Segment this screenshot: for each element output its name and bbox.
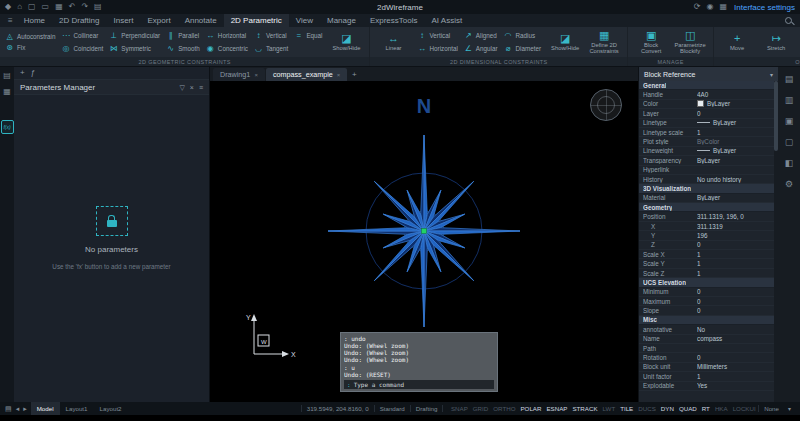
esnap-toggle[interactable]: ESNAP: [544, 405, 570, 412]
panel-menu-icon[interactable]: ≡: [199, 84, 203, 91]
property-row[interactable]: Geometry: [639, 203, 778, 212]
layers-tab-icon[interactable]: ▥: [785, 96, 794, 105]
workspace-indicator[interactable]: Drafting: [410, 405, 443, 412]
dyn-toggle[interactable]: DYN: [658, 405, 676, 412]
property-row[interactable]: HistoryNo undo history: [639, 175, 778, 184]
chevron-down-icon[interactable]: ▾: [784, 405, 795, 412]
perpendicular-button[interactable]: ⟂Perpendicular: [109, 30, 160, 42]
blocks-tab-icon[interactable]: ▣: [785, 117, 794, 126]
property-value[interactable]: Millimeters: [697, 363, 774, 370]
tab-annotate[interactable]: Annotate: [178, 14, 224, 27]
tab-export[interactable]: Export: [141, 14, 178, 27]
property-row[interactable]: Scale X1: [639, 250, 778, 259]
property-row[interactable]: Scale Y1: [639, 259, 778, 268]
block-convert-button[interactable]: ▣Block Convert: [633, 28, 669, 56]
property-row[interactable]: Rotation0: [639, 353, 778, 362]
render-tab-icon[interactable]: ◧: [785, 159, 794, 168]
open-file-icon[interactable]: ▭: [42, 0, 50, 14]
add-parameter-icon[interactable]: +: [20, 69, 25, 77]
tile-toggle[interactable]: TILE: [618, 405, 636, 412]
next-tab-icon[interactable]: ▸: [23, 402, 27, 415]
expression-icon[interactable]: ƒ: [31, 69, 35, 77]
new-tab-button[interactable]: +: [348, 68, 360, 81]
property-value[interactable]: ByColor: [697, 138, 774, 145]
property-row[interactable]: ExplodableYes: [639, 382, 778, 391]
undo-icon[interactable]: ↶: [69, 0, 76, 14]
horizontal-dim-button[interactable]: ↔Horizontal: [417, 43, 457, 55]
property-row[interactable]: X311.1319: [639, 222, 778, 231]
settings-tab-icon[interactable]: ⚙: [785, 180, 793, 189]
ducs-toggle[interactable]: DUCS: [636, 405, 659, 412]
properties-header[interactable]: Block Reference ▾: [639, 67, 778, 81]
apps-icon[interactable]: ▦: [720, 0, 728, 14]
property-value[interactable]: 0: [697, 110, 774, 117]
property-value[interactable]: 1: [697, 129, 774, 136]
grid-toggle[interactable]: GRID: [470, 405, 490, 412]
show-hide-geometric-button[interactable]: ◪Show/Hide: [328, 28, 364, 56]
linear-button[interactable]: ↔Linear: [375, 28, 411, 56]
property-row[interactable]: Layer0: [639, 109, 778, 118]
angular-button[interactable]: ∠Angular: [464, 43, 498, 55]
property-value[interactable]: 311.1319: [697, 223, 774, 230]
tab-compass-example[interactable]: compass_example×: [266, 68, 347, 81]
navigation-wheel[interactable]: [590, 89, 622, 121]
collinear-button[interactable]: ⋯Collinear: [62, 30, 104, 42]
property-value[interactable]: 4A0: [697, 91, 774, 98]
lockui-toggle[interactable]: LOCKUI: [730, 405, 758, 412]
close-icon[interactable]: ×: [337, 72, 341, 78]
property-row[interactable]: Hyperlink: [639, 166, 778, 175]
sync-icon[interactable]: ⟳: [694, 0, 701, 14]
property-row[interactable]: Z0: [639, 241, 778, 250]
property-row[interactable]: TransparencyByLayer: [639, 156, 778, 165]
property-row[interactable]: annotativeNo: [639, 325, 778, 334]
property-value[interactable]: 0: [697, 307, 774, 314]
horizontal-button[interactable]: ↔Horizontal: [206, 30, 248, 42]
property-row[interactable]: Block unitMillimeters: [639, 363, 778, 372]
property-row[interactable]: Maximum0: [639, 297, 778, 306]
property-row[interactable]: UCS Elevation: [639, 278, 778, 287]
clear-filter-icon[interactable]: ×: [190, 84, 194, 91]
tab-manage[interactable]: Manage: [320, 14, 363, 27]
previous-tab-icon[interactable]: ◂: [16, 402, 20, 415]
property-row[interactable]: Slope0: [639, 306, 778, 315]
property-value[interactable]: 311.1319, 196, 0: [697, 213, 774, 220]
property-row[interactable]: LineweightByLayer: [639, 147, 778, 156]
rt-toggle[interactable]: RT: [699, 405, 712, 412]
layout1-tab[interactable]: Layout1: [60, 402, 94, 415]
tab-view[interactable]: View: [289, 14, 320, 27]
vertical-button[interactable]: ↕Vertical: [254, 30, 288, 42]
stretch-button[interactable]: ↦Stretch: [758, 28, 794, 56]
property-value[interactable]: ByLayer: [697, 147, 774, 154]
property-row[interactable]: MaterialByLayer: [639, 194, 778, 203]
property-value[interactable]: Yes: [697, 382, 774, 389]
property-row[interactable]: Plot styleByColor: [639, 137, 778, 146]
coincident-button[interactable]: ◎Coincident: [62, 43, 104, 55]
tab-insert[interactable]: Insert: [106, 14, 140, 27]
tab-drawing1[interactable]: Drawing1×: [213, 68, 265, 81]
show-hide-dimensional-button[interactable]: ◪Show/Hide: [547, 28, 583, 56]
property-row[interactable]: Namecompass: [639, 335, 778, 344]
symmetric-button[interactable]: ⋈Symmetric: [109, 43, 160, 55]
tab-2d-parametric[interactable]: 2D Parametric: [224, 14, 289, 27]
property-row[interactable]: Y196: [639, 231, 778, 240]
fix-button[interactable]: ⊛Fix: [5, 44, 56, 52]
define-2d-constraints-button[interactable]: ▦Define 2D Constraints: [586, 28, 622, 56]
property-value[interactable]: 0: [697, 354, 774, 361]
strack-toggle[interactable]: STRACK: [570, 405, 600, 412]
search-icon[interactable]: [785, 17, 792, 24]
property-value[interactable]: 0: [697, 241, 774, 248]
property-row[interactable]: 3D Visualization: [639, 184, 778, 193]
plot-icon[interactable]: ▤: [94, 0, 102, 14]
ortho-toggle[interactable]: ORTHO: [491, 405, 518, 412]
property-row[interactable]: ColorByLayer: [639, 100, 778, 109]
property-value[interactable]: 0: [697, 288, 774, 295]
smooth-button[interactable]: ∿Smooth: [166, 43, 200, 55]
property-row[interactable]: Unit factor1: [639, 372, 778, 381]
quad-toggle[interactable]: QUAD: [676, 405, 699, 412]
command-window[interactable]: : undoUndo: (Wheel zoom)Undo: (Wheel zoo…: [340, 332, 498, 392]
close-icon[interactable]: ×: [254, 72, 258, 78]
property-value[interactable]: No undo history: [697, 176, 774, 183]
property-row[interactable]: Handle4A0: [639, 90, 778, 99]
polar-toggle[interactable]: POLAR: [518, 405, 544, 412]
layout2-tab[interactable]: Layout2: [94, 402, 128, 415]
